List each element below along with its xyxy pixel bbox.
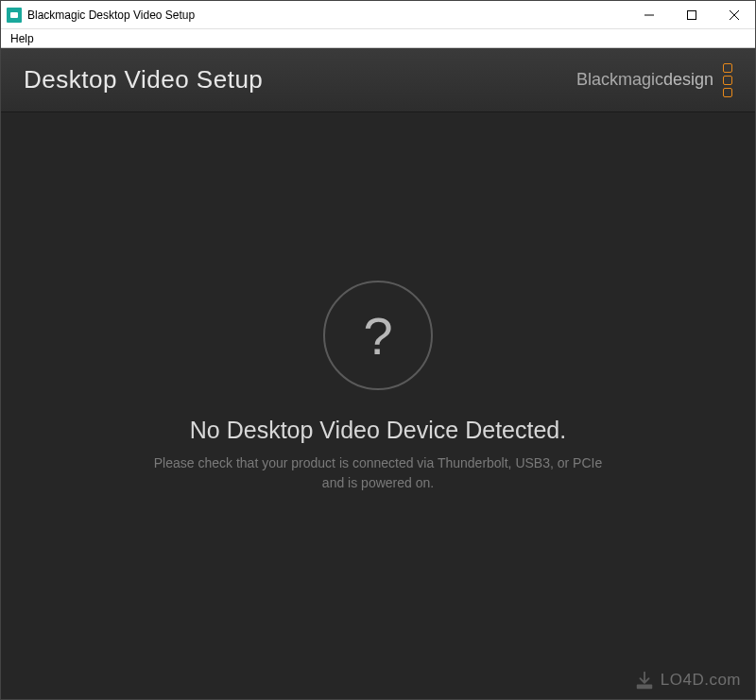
brand-suffix: design	[663, 70, 713, 89]
minimize-button[interactable]	[627, 1, 670, 28]
app-window: Blackmagic Desktop Video Setup Help Desk…	[0, 0, 756, 700]
window-title: Blackmagic Desktop Video Setup	[27, 9, 627, 22]
watermark-text: LO4D.com	[661, 671, 741, 690]
brand-text: Blackmagicdesign	[576, 70, 713, 90]
app-icon	[7, 8, 22, 23]
watermark: LO4D.com	[634, 670, 741, 691]
status-subtext: Please check that your product is connec…	[151, 453, 605, 493]
page-title: Desktop Video Setup	[24, 65, 263, 94]
close-button[interactable]	[713, 1, 755, 28]
app-header: Desktop Video Setup Blackmagicdesign	[1, 48, 755, 112]
brand: Blackmagicdesign	[576, 63, 732, 97]
status-heading: No Desktop Video Device Detected.	[190, 417, 566, 444]
brand-logo-icon	[723, 63, 732, 97]
question-circle-icon: ?	[323, 281, 433, 390]
app-body: Desktop Video Setup Blackmagicdesign ? N…	[1, 48, 755, 699]
svg-rect-1	[687, 10, 696, 19]
maximize-button[interactable]	[670, 1, 713, 28]
question-mark-icon: ?	[363, 305, 392, 367]
content-area: ? No Desktop Video Device Detected. Plea…	[1, 112, 755, 699]
menu-help[interactable]: Help	[7, 32, 38, 45]
window-controls	[627, 1, 755, 28]
brand-prefix: Blackmagic	[576, 70, 663, 89]
window-titlebar[interactable]: Blackmagic Desktop Video Setup	[1, 1, 755, 29]
menubar: Help	[1, 29, 755, 48]
download-icon	[634, 670, 655, 691]
